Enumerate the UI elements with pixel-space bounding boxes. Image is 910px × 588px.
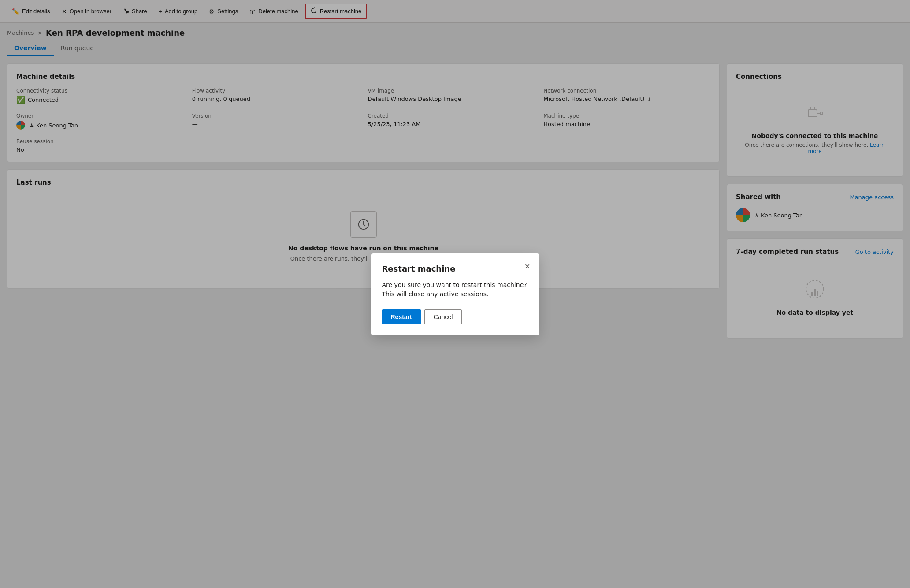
modal-overlay: Restart machine ✕ Are you sure you want … bbox=[0, 0, 910, 346]
restart-machine-modal: Restart machine ✕ Are you sure you want … bbox=[371, 253, 539, 335]
modal-close-button[interactable]: ✕ bbox=[523, 261, 532, 272]
modal-title: Restart machine bbox=[382, 264, 528, 273]
cancel-button[interactable]: Cancel bbox=[424, 309, 462, 324]
modal-actions: Restart Cancel bbox=[382, 309, 528, 324]
restart-confirm-button[interactable]: Restart bbox=[382, 309, 421, 324]
modal-body: Are you sure you want to restart this ma… bbox=[382, 280, 528, 299]
